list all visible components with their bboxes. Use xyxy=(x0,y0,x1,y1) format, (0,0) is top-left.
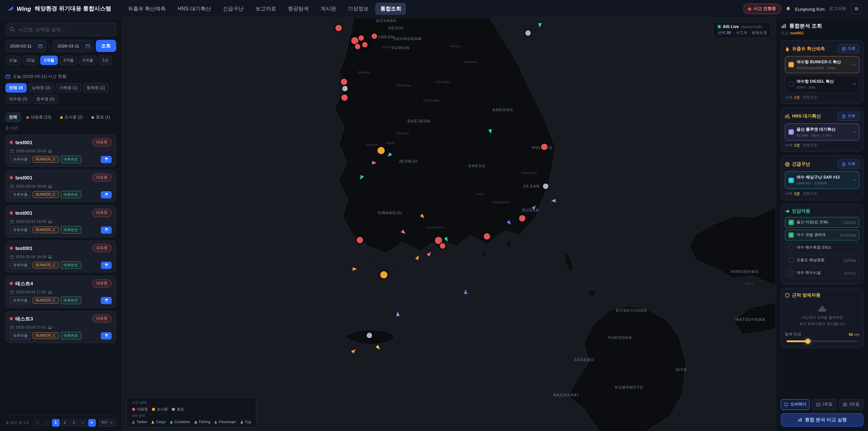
incident-marker[interactable] xyxy=(351,37,359,44)
incident-marker[interactable] xyxy=(362,42,368,48)
date-from-input[interactable] xyxy=(9,43,36,49)
item-close-button[interactable]: × xyxy=(853,82,856,87)
page-button[interactable]: 2 xyxy=(61,419,69,427)
card-action-button[interactable] xyxy=(101,297,112,304)
logout-button[interactable]: 로그아웃 xyxy=(829,6,846,12)
next-page-button[interactable]: › xyxy=(79,419,87,427)
slider-knob[interactable] xyxy=(805,339,810,344)
incident-card[interactable]: test001대응중2026-03-04 19:00유류유출BUNKER_C예측… xyxy=(5,135,116,167)
incident-card[interactable]: 테스트4대응중2026-03-04 17:45유류유출BUNKER_C예측완료 xyxy=(5,276,116,308)
card-action-button[interactable] xyxy=(101,226,112,234)
incident-marker[interactable] xyxy=(525,30,531,36)
nav-item[interactable]: 기상정보 xyxy=(343,3,374,15)
status-chip[interactable]: 대응중 (13) xyxy=(23,113,55,122)
section-query-button[interactable]: 조회 xyxy=(838,112,860,121)
row-checkbox[interactable]: ✓ xyxy=(788,220,794,225)
analysis-item[interactable]: ✓울산 톨루엔 대기확산ALOHA · 15L/d · 1.2km× xyxy=(785,123,860,141)
incident-marker[interactable] xyxy=(484,233,490,240)
first-page-button[interactable]: « xyxy=(34,419,41,427)
resource-row[interactable]: 오동도 해상공원(125ha) xyxy=(785,255,860,266)
row-checkbox[interactable]: ✓ xyxy=(788,232,794,238)
item-close-button[interactable]: × xyxy=(853,129,856,134)
status-chip[interactable]: 조사중 (2) xyxy=(57,113,86,122)
item-checkbox[interactable]: ✓ xyxy=(788,129,794,135)
region-chip[interactable]: 제주청 (0) xyxy=(5,94,31,104)
section-query-button[interactable]: 조회 xyxy=(838,44,860,53)
resource-row[interactable]: ✓여수 갯벌 생태계(4,013ha) xyxy=(785,229,860,241)
region-chip[interactable]: 남해청 (3) xyxy=(28,83,54,93)
incident-card[interactable]: test001대응중2026-03-04 18:58유류유출BUNKER_C예측… xyxy=(5,205,116,237)
range-chip[interactable]: 1년 xyxy=(98,56,112,65)
item-close-button[interactable]: × xyxy=(853,62,856,67)
nav-item[interactable]: 게시판 xyxy=(315,3,341,15)
date-to-input[interactable] xyxy=(57,43,84,49)
logo[interactable]: Wing 해양환경 위기대응 통합시스템 xyxy=(6,5,111,13)
query-button[interactable]: 조회 xyxy=(96,40,116,52)
item-close-button[interactable]: × xyxy=(853,178,856,183)
radius-slider[interactable] xyxy=(786,340,858,342)
page-button[interactable]: 3 xyxy=(70,419,78,427)
run-analysis-button[interactable]: 통합 분석 비교 실행 xyxy=(781,413,864,427)
map[interactable]: GOYANGSEOULINCHEONSEONGNAMSUWONAnsanWonj… xyxy=(122,18,776,431)
view-split3-button[interactable]: 3분할 xyxy=(839,399,864,410)
bell-icon[interactable] xyxy=(785,6,790,11)
ship-marker[interactable] xyxy=(386,152,392,158)
ship-marker[interactable] xyxy=(427,251,432,257)
row-checkbox[interactable] xyxy=(788,245,794,250)
ship-marker[interactable] xyxy=(401,229,407,235)
incident-card[interactable]: test001대응중2026-03-04 18:58유류유출BUNKER_C예측… xyxy=(5,241,116,273)
region-chip[interactable]: 전체 16 xyxy=(5,83,26,93)
search-input[interactable] xyxy=(18,26,112,33)
incident-marker[interactable] xyxy=(367,333,372,338)
analysis-item[interactable]: ✓여수 해상구난 SAR #12SAROPS · 표류예측× xyxy=(785,171,860,189)
search-box[interactable] xyxy=(5,23,116,36)
incident-marker[interactable] xyxy=(380,271,388,278)
card-action-button[interactable] xyxy=(101,332,112,339)
page-button[interactable]: 1 xyxy=(52,419,60,427)
view-monitor-button[interactable]: 오버레이 xyxy=(781,399,810,410)
ship-marker[interactable] xyxy=(531,204,537,210)
nav-item[interactable]: HNS·대기확산 xyxy=(173,3,216,15)
region-chip[interactable]: 서해청 (1) xyxy=(56,83,81,93)
range-chip[interactable]: 3개월 xyxy=(60,56,77,65)
date-from-field[interactable] xyxy=(5,40,46,52)
analysis-item[interactable]: 여수항 DIESEL 확산6GPS · 30kL× xyxy=(785,75,860,93)
prev-page-button[interactable]: ‹ xyxy=(43,419,51,427)
ship-marker[interactable] xyxy=(488,129,493,134)
ship-marker[interactable] xyxy=(351,348,357,354)
resource-row[interactable]: 여수 해수욕장 3개소 xyxy=(785,242,860,253)
ship-marker[interactable] xyxy=(415,254,421,260)
status-chip[interactable]: 전체 xyxy=(5,113,21,122)
nav-item[interactable]: 항공탐색 xyxy=(283,3,314,15)
incident-marker[interactable] xyxy=(357,237,363,243)
nav-item[interactable]: 유출유 확산예측 xyxy=(123,3,170,15)
view-split2-button[interactable]: 2분할 xyxy=(812,399,837,410)
item-checkbox[interactable] xyxy=(788,81,794,87)
card-action-button[interactable] xyxy=(101,191,112,198)
ship-marker[interactable] xyxy=(444,237,450,243)
incident-marker[interactable] xyxy=(341,94,348,101)
incident-marker[interactable] xyxy=(359,35,364,41)
ship-marker[interactable] xyxy=(464,289,467,294)
ship-marker[interactable] xyxy=(396,311,400,316)
ship-marker[interactable] xyxy=(538,23,541,28)
incident-card[interactable]: 테스트3대응중2026-03-04 17:41유류유출BUNKER_C예측완료 xyxy=(5,311,116,343)
play-button[interactable] xyxy=(88,419,96,427)
ship-marker[interactable] xyxy=(372,161,377,165)
menu-button[interactable] xyxy=(851,3,862,14)
ship-marker[interactable] xyxy=(551,199,556,203)
nav-item[interactable]: 보고자료 xyxy=(250,3,281,15)
resource-row[interactable]: 여수 취수시설(3개소) xyxy=(785,268,860,278)
ship-marker[interactable] xyxy=(359,175,364,181)
range-chip[interactable]: 15일 xyxy=(23,56,38,65)
item-checkbox[interactable]: ✓ xyxy=(788,62,794,67)
incident-marker[interactable] xyxy=(440,243,445,249)
status-chip[interactable]: 종료 (1) xyxy=(88,113,113,122)
card-action-button[interactable] xyxy=(101,261,112,269)
incident-marker[interactable] xyxy=(519,215,525,221)
incident-marker[interactable] xyxy=(435,237,442,244)
incident-marker[interactable] xyxy=(377,147,385,154)
date-to-field[interactable] xyxy=(53,40,94,52)
range-chip[interactable]: 6개월 xyxy=(79,56,97,65)
nav-item[interactable]: 긴급구난 xyxy=(218,3,249,15)
